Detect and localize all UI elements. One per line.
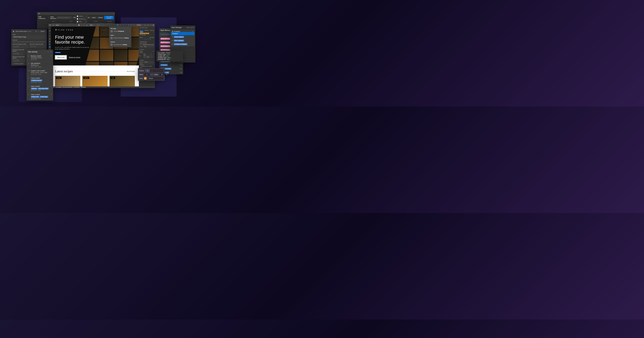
share-icon[interactable]: ⇧ <box>133 24 135 26</box>
outline-offset-input[interactable] <box>160 73 164 76</box>
settings-icon[interactable]: ⚙ <box>147 24 149 26</box>
recipe-card[interactable]: Seafood <box>82 76 108 86</box>
max-size-input[interactable] <box>30 45 46 48</box>
blending-select[interactable]: Normal <box>144 61 154 63</box>
redo-icon[interactable]: ↷ <box>122 24 124 26</box>
activity-item[interactable]: ▲Site publishedfloefood.com02:51 PM • Co… <box>26 61 53 69</box>
border-color-input[interactable]: black <box>146 56 154 58</box>
suggestion-item[interactable]: Container <box>171 32 194 35</box>
new-team-member-button[interactable]: + New Team Member <box>104 16 114 19</box>
bg-color-input[interactable]: rgba(255, 255, 255, 0.14) <box>142 44 154 46</box>
users-icon[interactable]: 👥 <box>49 46 50 48</box>
wrench-icon[interactable]: 🔧 <box>180 64 182 66</box>
style-item[interactable]: Container≡🔧 <box>159 63 183 67</box>
collection-item[interactable]: 📄Posts16 <box>76 20 87 23</box>
collection-item[interactable]: 📄RecipesAll items <box>76 18 87 20</box>
crumb[interactable]: ▢ Container <box>55 86 62 88</box>
code-icon[interactable]: {} <box>128 24 130 26</box>
color-swatch[interactable] <box>144 77 146 80</box>
search-members-input[interactable] <box>57 16 72 19</box>
undo-icon[interactable]: ↶ <box>120 24 122 26</box>
trash-icon[interactable]: 🗑 <box>35 30 37 32</box>
min-size-input[interactable] <box>12 45 28 48</box>
signup-button[interactable]: Sign up now <box>55 55 67 60</box>
wrench-icon[interactable]: 🔧 <box>180 68 182 70</box>
presence-user[interactable]: You are Designing <box>110 30 130 32</box>
state-chip[interactable]: Focused (keyboard) <box>140 33 149 34</box>
view-all-link[interactable]: View all recipes <box>126 71 135 72</box>
crumb[interactable]: 🔗 Button <box>80 86 86 88</box>
preview-icon[interactable]: 👁 <box>130 24 132 26</box>
webflow-logo-icon[interactable]: W <box>49 24 51 26</box>
publish-button[interactable]: Publish <box>136 24 142 26</box>
transition-item[interactable]: Background-Color: 200ms <box>141 66 152 67</box>
viewport-mobile-l-icon[interactable]: ▭ <box>83 24 85 26</box>
import-button[interactable]: Import <box>91 16 96 19</box>
activity-item[interactable]: ↻Backup created'Automatic backup'02:52 P… <box>26 54 53 61</box>
recipe-card[interactable]: Ramen <box>55 76 80 86</box>
outline-width-input[interactable] <box>144 73 150 76</box>
viewport-mobile-icon[interactable]: ▮ <box>86 24 88 26</box>
pin-icon[interactable]: 📌 <box>140 27 141 28</box>
clipping-select[interactable]: None <box>144 46 154 47</box>
canvas-width[interactable]: 1400 <box>90 24 92 26</box>
viewport-desktop-icon[interactable]: 🖥 <box>78 24 80 26</box>
list-icon[interactable]: ≡ <box>51 94 52 100</box>
col-published[interactable]: Published <box>107 21 112 22</box>
outline-solid[interactable]: — <box>150 69 154 72</box>
browse-link[interactable]: Browse our recipes <box>69 56 80 58</box>
more-icon[interactable]: ⋯ <box>153 27 154 28</box>
list-icon[interactable]: ≡ <box>51 86 52 91</box>
suggestion-item[interactable]: +Card container <box>171 35 194 39</box>
crumb[interactable]: ⊞ Hero content grid <box>62 86 73 88</box>
refresh-icon[interactable]: ↻ <box>60 24 61 26</box>
components-icon[interactable]: ◫ <box>49 35 50 37</box>
border-style[interactable]: ✕ — ┄ ┅ <box>150 54 154 54</box>
assets-icon[interactable]: 🖼 <box>49 40 50 42</box>
presence-icon[interactable]: 👤 <box>117 24 119 26</box>
add-icon[interactable]: + <box>154 43 154 44</box>
chevron-down-icon[interactable]: ▾ <box>154 32 154 32</box>
viewport-tablet-icon[interactable]: ▯ <box>81 24 82 26</box>
cancel-button[interactable]: Cancel <box>40 30 46 32</box>
cms-icon[interactable]: ▦ <box>49 38 50 40</box>
list-icon[interactable]: ≡ <box>179 64 180 66</box>
navigator-icon[interactable]: ≡ <box>49 32 50 34</box>
close-icon[interactable]: × <box>113 13 114 14</box>
crumb[interactable]: ▢ Div Block <box>73 86 80 88</box>
suggestion-item[interactable]: +Full Menu Container <box>171 42 194 46</box>
label-input[interactable] <box>12 36 46 38</box>
list-icon[interactable]: ≡ <box>51 77 52 83</box>
more-type-options[interactable]: More type options <box>144 38 151 40</box>
opacity-input[interactable] <box>144 64 154 64</box>
recipe-card[interactable]: Pizza <box>110 76 135 86</box>
collection-item[interactable]: 📄Authors8 <box>76 15 87 18</box>
activity-item[interactable]: ✎Class createdSelectorSecondary field02:… <box>26 84 53 92</box>
design-canvas[interactable]: FLŌĒ FOOD All recipes Learn Shop Cookboo… <box>51 26 139 86</box>
bolt-icon[interactable]: ⚡ <box>152 24 154 26</box>
add-icon[interactable]: + <box>154 67 154 68</box>
list-icon[interactable]: ≡ <box>179 68 180 70</box>
min-height-input[interactable] <box>12 59 28 62</box>
minimize-icon[interactable]: ⤡ <box>47 51 49 53</box>
wrench-icon[interactable]: 🔧 <box>180 72 182 73</box>
pages-icon[interactable]: ▤ <box>49 30 50 32</box>
expand-icon[interactable]: ⛶ <box>150 24 152 26</box>
save-icon[interactable]: ✓ <box>125 24 127 26</box>
hero-description[interactable]: No ads, no fuss. Just delicious, healthy… <box>55 46 92 50</box>
hero-heading[interactable]: Find your newfavorite recipe. <box>55 34 95 45</box>
zoom-level[interactable]: 100 % <box>96 24 100 26</box>
add-icon[interactable]: + <box>154 64 154 66</box>
outline-dashed[interactable]: ┄ <box>154 69 159 72</box>
settings-button[interactable]: Settings <box>97 16 104 19</box>
outline-color-input[interactable]: Brand <box>148 77 164 80</box>
col-modified[interactable]: Modified <box>94 21 107 22</box>
outline-dotted[interactable]: ┈ <box>159 69 164 72</box>
section-heading[interactable]: Latest recipes <box>55 70 73 73</box>
outline-style-segment[interactable]: ✕ — ┄ ┈ <box>145 69 164 72</box>
activity-item[interactable]: </>Custom code createdHTML Embed, 'Home'… <box>26 69 53 76</box>
activity-item[interactable]: ✎Class createdContact success02:49 PM • … <box>26 76 53 84</box>
ecommerce-icon[interactable]: 🛒 <box>49 43 50 45</box>
selector-chip[interactable]: Button <box>140 31 144 32</box>
brush-icon[interactable]: 🖌 <box>144 24 146 26</box>
